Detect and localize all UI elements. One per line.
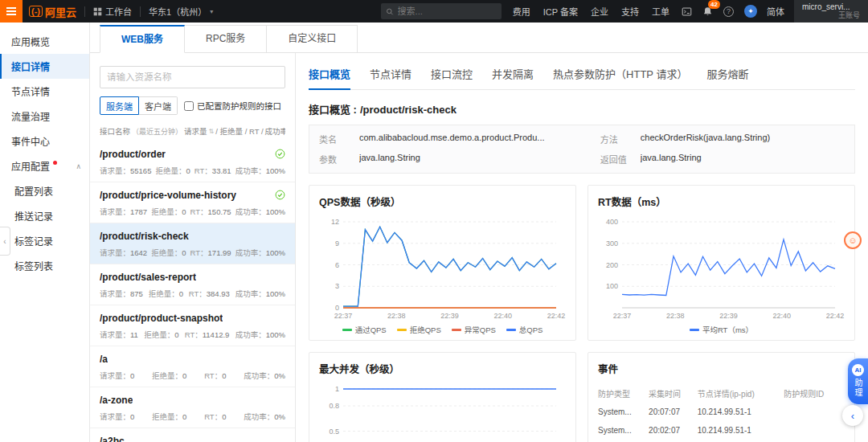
stat-success: 成功率：100%: [235, 288, 285, 299]
topbar-link[interactable]: 支持: [621, 5, 639, 18]
legend-item[interactable]: 总QPS: [506, 324, 543, 335]
list-item-stats: 请求量：875拒绝量：0RT：384.93成功率：100%: [100, 288, 285, 299]
list-item[interactable]: /product/risk-check请求量：1642拒绝量：0RT：171.9…: [90, 223, 295, 264]
topbar-link[interactable]: 企业: [591, 5, 608, 18]
account-menu[interactable]: micro_servi... 王账号: [794, 0, 868, 23]
sidebar-item[interactable]: 应用配置∧: [0, 153, 89, 178]
sidebar-item[interactable]: 接口详情: [0, 54, 89, 79]
stat-rt: RT：0: [204, 411, 226, 422]
detail-tab[interactable]: 节点详情: [370, 66, 411, 89]
sort-icon[interactable]: ⇅: [209, 128, 215, 135]
detail-tab[interactable]: 并发隔离: [492, 66, 534, 89]
legend-label: 总QPS: [519, 324, 543, 335]
workbench-link[interactable]: 工作台: [85, 0, 140, 23]
language-switch[interactable]: 简体: [767, 5, 784, 18]
svg-text:3: 3: [335, 282, 339, 290]
sidebar-item[interactable]: 流量治理: [0, 104, 89, 129]
interface-name: /product/risk-check: [100, 231, 189, 242]
stat-success: 成功率：100%: [235, 165, 285, 176]
console-icon[interactable]: [682, 6, 692, 17]
global-search-input[interactable]: [398, 6, 497, 16]
list-item-row: /a2bc: [100, 435, 285, 442]
svg-text:22:37: 22:37: [334, 312, 353, 320]
resource-search[interactable]: [100, 66, 285, 88]
collapse-panel-button[interactable]: ‹: [842, 405, 863, 426]
info-label: 方法: [600, 133, 631, 145]
detail-tab[interactable]: 服务熔断: [706, 66, 748, 89]
event-row: System...20:02:0710.214.99.51-1: [598, 421, 845, 440]
topbar-link[interactable]: 费用: [513, 5, 530, 18]
event-cell: System...: [598, 421, 649, 440]
ai-assistant-button[interactable]: AI 助理: [848, 358, 868, 404]
rt-chart-legend: 平均RT（ms）: [598, 324, 845, 335]
sidebar-item[interactable]: 节点详情: [0, 79, 89, 104]
help-icon[interactable]: ?: [723, 6, 734, 17]
sidebar-item-label: 接口详情: [11, 59, 50, 73]
list-item[interactable]: /product/order请求量：55165拒绝量：0RT：33.81成功率：…: [90, 141, 295, 182]
list-item[interactable]: /product/price-volume-history请求量：1787拒绝量…: [90, 182, 295, 223]
sidebar-item-label: 标签列表: [14, 259, 53, 272]
col-hint: （最近五分钟）: [132, 126, 182, 137]
service-tab[interactable]: WEB服务: [100, 25, 185, 53]
sidebar-item[interactable]: 标签列表: [0, 253, 89, 278]
list-item[interactable]: /a2bc请求量：0拒绝量：0RT：0成功率：0%: [90, 428, 295, 442]
detail-title-value: /product/risk-check: [360, 104, 457, 116]
protected-filter-checkbox[interactable]: [184, 101, 194, 111]
detail-tab[interactable]: 热点参数防护（HTTP 请求）: [553, 66, 687, 89]
detail-tab[interactable]: 接口流控: [431, 66, 473, 89]
qps-chart: 03691222:3722:3822:3922:4022:42: [319, 215, 566, 321]
sidebar-item[interactable]: 推送记录: [0, 203, 89, 228]
sidebar-collapse-handle[interactable]: ‹: [0, 227, 10, 256]
events-title: 事件: [598, 361, 845, 376]
svg-text:22:40: 22:40: [493, 312, 512, 320]
apps-menu-button[interactable]: [0, 0, 23, 23]
protected-filter-label: 已配置防护规则的接口: [197, 100, 281, 112]
legend-item[interactable]: 通过QPS: [342, 324, 387, 335]
topbar-links: 费用ICP 备案企业支持工单: [513, 5, 669, 18]
list-item-row: /product/product-snapshot: [100, 312, 285, 324]
user-avatar[interactable]: ✦: [744, 5, 757, 18]
list-item[interactable]: /a-zone请求量：0拒绝量：0RT：0成功率：0%: [90, 387, 295, 428]
interface-detail-panel: 接口概览节点详情接口流控并发隔离热点参数防护（HTTP 请求）服务熔断 接口概览…: [296, 53, 868, 442]
rt-chart-body: 10020030040022:3722:3822:3922:4022:42: [598, 215, 845, 321]
stat-success: 成功率：0%: [244, 411, 285, 422]
aliyun-logo[interactable]: (-) 阿里云: [29, 4, 76, 19]
topbar-link[interactable]: ICP 备案: [543, 5, 578, 18]
legend-item[interactable]: 异常QPS: [452, 324, 496, 335]
notification-bell-icon[interactable]: 42: [702, 6, 713, 17]
stat-requests: 请求量：55165: [100, 165, 151, 176]
service-tab[interactable]: 自定义接口: [266, 25, 358, 53]
list-item[interactable]: /a请求量：0拒绝量：0RT：0成功率：0%: [90, 346, 295, 387]
sidebar-item[interactable]: 配置列表: [0, 178, 89, 203]
list-item[interactable]: /product/sales-report请求量：875拒绝量：0RT：384.…: [90, 264, 295, 305]
list-item-row: /a-zone: [100, 394, 285, 406]
resource-search-input[interactable]: [107, 72, 278, 82]
promo-float-icon[interactable]: ☺: [844, 231, 862, 249]
legend-item[interactable]: 拒绝QPS: [397, 324, 441, 335]
region-selector[interactable]: 华东1（杭州） ▾: [141, 0, 221, 23]
chevron-down-icon: ▾: [210, 8, 213, 15]
interface-info-box: 类名com.alibabacloud.mse.demo.a.product.Pr…: [309, 125, 855, 174]
events-col-header: 采集时间: [649, 384, 698, 403]
account-sub: 王账号: [802, 11, 860, 20]
svg-text:200: 200: [606, 261, 618, 269]
sidebar-item[interactable]: 标签记录: [0, 228, 89, 253]
global-search[interactable]: [381, 3, 502, 19]
sidebar-item[interactable]: 事件中心: [0, 129, 89, 153]
protected-filter[interactable]: 已配置防护规则的接口: [184, 100, 281, 112]
svg-text:400: 400: [606, 218, 618, 226]
event-row: System...20:07:0710.214.99.51-1: [598, 403, 845, 421]
stat-rt: RT：33.81: [194, 165, 231, 176]
new-feature-dot: [53, 161, 57, 165]
list-item-row: /product/risk-check: [100, 230, 285, 242]
stat-rt: RT：150.75: [190, 206, 231, 217]
client-side-toggle[interactable]: 客户端: [139, 96, 178, 115]
legend-item[interactable]: 平均RT（ms）: [690, 324, 753, 335]
sidebar-item[interactable]: 应用概览: [0, 29, 89, 54]
detail-tab[interactable]: 接口概览: [309, 66, 350, 89]
list-item-row: /product/sales-report: [100, 271, 285, 283]
server-side-toggle[interactable]: 服务端: [100, 96, 139, 115]
topbar-link[interactable]: 工单: [652, 5, 669, 18]
service-tab[interactable]: RPC服务: [184, 25, 267, 53]
list-item[interactable]: /product/product-snapshot请求量：11拒绝量：0RT：1…: [90, 305, 295, 346]
